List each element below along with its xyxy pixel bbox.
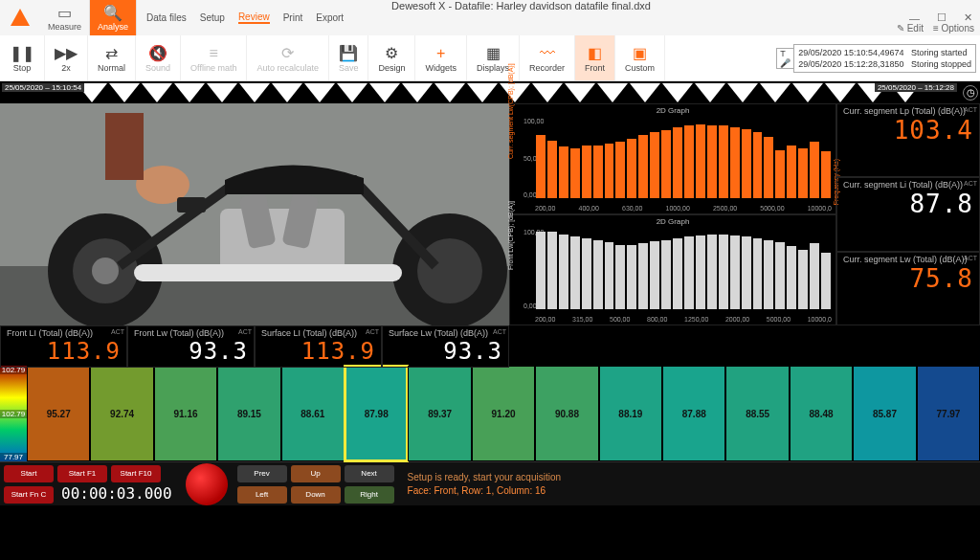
color-cell-9[interactable]: 88.19 bbox=[599, 366, 662, 461]
clock-icon[interactable]: ◷ bbox=[963, 85, 978, 101]
mic-icon: 🎤 bbox=[780, 58, 791, 68]
bars-0 bbox=[535, 118, 832, 198]
status-text: Setup is ready, start your acquisition F… bbox=[408, 471, 561, 498]
svg-rect-39 bbox=[105, 113, 144, 180]
svg-point-33 bbox=[417, 238, 482, 303]
title-bar: ▭ Measure 🔍 Analyse Dewesoft X - Datafil… bbox=[0, 0, 980, 35]
sound-button[interactable]: 🔇Sound bbox=[136, 35, 181, 80]
plus-icon: + bbox=[436, 44, 445, 63]
doublearrow-icon: ⇄ bbox=[105, 44, 118, 63]
right-button[interactable]: Right bbox=[345, 486, 394, 504]
waveform-icon: 〰 bbox=[540, 44, 555, 63]
menu-setup[interactable]: Setup bbox=[200, 12, 225, 23]
offline-math-button[interactable]: ≡Offline math bbox=[181, 35, 247, 80]
svg-rect-37 bbox=[134, 264, 402, 281]
menu-print[interactable]: Print bbox=[283, 12, 303, 23]
xticks-1: 200,00315,00500,00800,001250,002000,0050… bbox=[535, 316, 832, 323]
timeline-strip[interactable]: 25/05/2020 – 15:10:54 25/05/2020 – 15:12… bbox=[0, 81, 980, 103]
graph-curr-segment-lw[interactable]: 2D Graph Curr. segment Lw(CPB); [dB(A)] … bbox=[509, 103, 836, 214]
timeline-end-label: 25/05/2020 – 15:12:28 bbox=[875, 83, 957, 92]
digital-column: ACTCurr. segment Lp (Total) (dB(A))103.4… bbox=[836, 103, 980, 325]
search-icon: 🔍 bbox=[103, 5, 122, 22]
normal-button[interactable]: ⇄Normal bbox=[88, 35, 136, 80]
color-cell-12[interactable]: 88.48 bbox=[790, 366, 853, 461]
menu-data-files[interactable]: Data files bbox=[146, 12, 187, 23]
auto-recalculate-button[interactable]: ⟳Auto recalculate bbox=[247, 35, 329, 80]
menu-review[interactable]: Review bbox=[238, 11, 270, 24]
left-button[interactable]: Left bbox=[237, 486, 287, 504]
graph-front-lw[interactable]: 2D Graph Front Lw(CPB); [dB(A)] 100,000,… bbox=[509, 214, 836, 325]
video-display[interactable] bbox=[0, 103, 509, 325]
svg-point-31 bbox=[92, 258, 119, 284]
save-icon: 💾 bbox=[339, 44, 358, 63]
color-cell-1[interactable]: 92.74 bbox=[90, 366, 153, 461]
digital-right-0[interactable]: ACTCurr. segment Lp (Total) (dB(A))103.4 bbox=[836, 103, 980, 177]
color-table[interactable]: 102.79 102.79 77.97 95.2792.7491.1689.15… bbox=[0, 366, 980, 461]
color-cell-5[interactable]: 87.98 bbox=[345, 366, 408, 461]
recorder-button[interactable]: 〰Recorder bbox=[520, 35, 575, 80]
color-cell-4[interactable]: 88.61 bbox=[281, 366, 345, 461]
color-cell-13[interactable]: 85.87 bbox=[853, 366, 916, 461]
start-f1-button[interactable]: Start F1 bbox=[57, 465, 107, 482]
minimize-button[interactable]: — bbox=[909, 12, 920, 24]
design-button[interactable]: ⚙Design bbox=[368, 35, 415, 80]
layout-icon: ◧ bbox=[588, 44, 602, 63]
yticks-1: 100,000,00 bbox=[523, 229, 535, 309]
start-fnc-button[interactable]: Start Fn C bbox=[4, 486, 54, 504]
menu-bar: Data filesSetupReviewPrintExport bbox=[137, 11, 902, 24]
bars-1 bbox=[535, 229, 832, 309]
menu-export[interactable]: Export bbox=[316, 12, 344, 23]
edit-link[interactable]: ✎ Edit bbox=[897, 23, 924, 34]
svg-rect-40 bbox=[177, 197, 206, 213]
front-button[interactable]: ◧Front bbox=[575, 35, 615, 80]
custom-button[interactable]: ▣Custom bbox=[615, 35, 665, 80]
speed-2x-button[interactable]: ▶▶2x bbox=[45, 35, 88, 80]
text-icon: T bbox=[780, 49, 791, 58]
digital-bottom-0[interactable]: ACTFront LI (Total) (dB(A))113.9 bbox=[0, 325, 127, 368]
color-cell-2[interactable]: 91.16 bbox=[154, 366, 217, 461]
grid-icon: ▦ bbox=[486, 44, 501, 63]
analyse-label: Analyse bbox=[98, 22, 128, 32]
control-bar: Start Start F1 Start F10 Start Fn C 00:0… bbox=[0, 461, 980, 505]
color-cell-8[interactable]: 90.88 bbox=[535, 366, 598, 461]
app-logo bbox=[0, 0, 40, 35]
digital-bottom-2[interactable]: ACTSurface LI (Total) (dB(A))113.9 bbox=[255, 325, 382, 368]
color-cell-3[interactable]: 89.15 bbox=[217, 366, 280, 461]
color-cell-6[interactable]: 89.37 bbox=[408, 366, 471, 461]
start-button[interactable]: Start bbox=[4, 465, 54, 482]
save-button[interactable]: 💾Save bbox=[329, 35, 369, 80]
event-log: T🎤 29/05/2020 15:10:54,49674 Storing sta… bbox=[772, 35, 980, 80]
prev-button[interactable]: Prev bbox=[237, 465, 287, 482]
main-panel: 2D Graph Curr. segment Lw(CPB); [dB(A)] … bbox=[0, 103, 980, 325]
refresh-icon: ⟳ bbox=[281, 44, 294, 63]
analyse-mode-button[interactable]: 🔍 Analyse bbox=[90, 0, 137, 35]
yticks-0: 100,0050,000,00 bbox=[523, 118, 535, 198]
color-cell-0[interactable]: 95.27 bbox=[27, 366, 90, 461]
down-button[interactable]: Down bbox=[291, 486, 341, 504]
color-cell-10[interactable]: 87.88 bbox=[662, 366, 725, 461]
up-button[interactable]: Up bbox=[291, 465, 341, 482]
measure-mode-button[interactable]: ▭ Measure bbox=[40, 0, 90, 35]
terminal-icon: ▣ bbox=[633, 44, 647, 63]
ribbon-toolbar: ❚❚Stop ▶▶2x ⇄Normal 🔇Sound ≡Offline math… bbox=[0, 35, 980, 81]
digital-row: ACTFront LI (Total) (dB(A))113.9ACTFront… bbox=[0, 325, 509, 366]
color-cell-11[interactable]: 88.55 bbox=[725, 366, 789, 461]
gear-icon: ⚙ bbox=[385, 44, 398, 63]
gauge-icon: ▭ bbox=[57, 5, 72, 22]
widgets-button[interactable]: +Widgets bbox=[415, 35, 467, 80]
start-f10-button[interactable]: Start F10 bbox=[111, 465, 161, 482]
window-title: Dewesoft X - Datafile: Harley davidson d… bbox=[388, 0, 651, 11]
digital-bottom-3[interactable]: ACTSurface Lw (Total) (dB(A))93.3 bbox=[382, 325, 509, 368]
measure-label: Measure bbox=[48, 22, 81, 32]
digital-bottom-1[interactable]: ACTFront Lw (Total) (dB(A))93.3 bbox=[127, 325, 255, 368]
timecode: 00:00:03.000 bbox=[56, 484, 178, 505]
record-indicator[interactable] bbox=[186, 463, 228, 505]
next-button[interactable]: Next bbox=[345, 465, 394, 482]
digital-right-1[interactable]: ACTCurr. segment Li (Total) (dB(A))87.8 bbox=[836, 177, 980, 251]
stop-button[interactable]: ❚❚Stop bbox=[0, 35, 45, 80]
color-cell-7[interactable]: 91.20 bbox=[472, 366, 535, 461]
color-cell-14[interactable]: 77.97 bbox=[917, 366, 980, 461]
digital-right-2[interactable]: ACTCurr. segment Lw (Total) (dB(A))75.8 bbox=[836, 252, 980, 325]
options-link[interactable]: ≡ Options bbox=[933, 23, 974, 34]
timeline-start-label: 25/05/2020 – 15:10:54 bbox=[2, 83, 84, 92]
